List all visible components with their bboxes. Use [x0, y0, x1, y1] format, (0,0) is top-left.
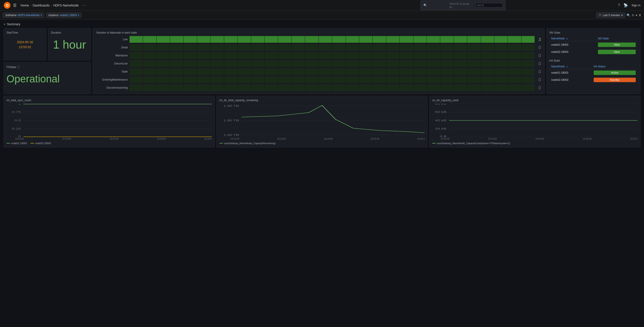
collapse-icon[interactable]: ⬆: [639, 14, 641, 17]
bar-segment: [210, 44, 224, 51]
jobname-filter[interactable]: JobName HDFS-NameNode ▾: [3, 13, 44, 18]
bar-segment: [156, 36, 170, 43]
bar-segment: [197, 44, 210, 51]
bar-segment: [332, 76, 346, 83]
nn-node-cell: node01:19003: [550, 41, 596, 49]
breadcrumb-home[interactable]: Home: [20, 4, 29, 7]
bar-segment: [238, 52, 251, 59]
fsstate-info-icon[interactable]: ⓘ: [17, 65, 20, 69]
summary-section-header[interactable]: ∨ Summary: [4, 22, 640, 26]
bar-segment: [386, 76, 400, 83]
bar-segment: [184, 84, 197, 91]
bar-segment: [238, 60, 251, 67]
svg-text:1.80 TB: 1.80 TB: [224, 119, 239, 122]
bar-segment: [305, 84, 318, 91]
bar-segment: [508, 52, 521, 59]
bar-segment: [238, 36, 251, 43]
time-range-button[interactable]: ⏱ Last 5 minutes ▾: [596, 12, 625, 18]
refresh-dropdown-icon[interactable]: ▾: [636, 14, 637, 17]
bar-segment: [143, 52, 156, 59]
bar-segment: [305, 52, 318, 59]
bar-segment: [467, 60, 480, 67]
bar-segment: [494, 84, 508, 91]
bar-segment: [170, 52, 183, 59]
bar-segment: [184, 52, 197, 59]
topbar-center: 🔍 Search or jump to... ctrl+k: [311, 1, 615, 10]
bar-segment: [481, 68, 494, 75]
ha-state-cell: Active: [592, 69, 638, 77]
bar-segment: [170, 36, 183, 43]
svg-text:0.5: 0.5: [14, 119, 21, 122]
bar-segment: [508, 68, 521, 75]
datanode-count: 0: [536, 69, 541, 74]
bar-segment: [414, 68, 426, 75]
starttime-value: 2024-05-16 13:53:32: [6, 40, 44, 50]
bar-segment: [319, 60, 332, 67]
nn-namenode-sort-icon[interactable]: ∧: [566, 37, 568, 40]
grafana-logo-icon[interactable]: [4, 2, 11, 9]
bar-segment: [156, 52, 170, 59]
bar-segment: [278, 36, 291, 43]
bar-segment: [467, 76, 480, 83]
bar-segment: [373, 60, 386, 67]
bar-segment: [210, 84, 224, 91]
bar-segment: [386, 44, 400, 51]
hamburger-menu-icon[interactable]: ☰: [13, 3, 16, 8]
instance-filter[interactable]: instance node01:19003 ▾: [46, 13, 82, 18]
notifications-icon[interactable]: 📡: [624, 3, 628, 8]
signin-button[interactable]: Sign in: [632, 4, 640, 7]
bar-segment: [210, 68, 224, 75]
bar-segment: [522, 36, 534, 43]
fsstate-title-row: FSStateⓘ: [6, 65, 20, 69]
bar-segment: [386, 36, 400, 43]
datanode-count: 0: [536, 85, 541, 90]
bar-segment: [238, 84, 251, 91]
fsstate-panel: FSStateⓘOperational: [4, 62, 91, 94]
bar-segment: [251, 52, 264, 59]
datanode-panel: Number of datanode in each state Live3De…: [92, 28, 545, 94]
bar-segment: [440, 76, 454, 83]
search-icon: 🔍: [424, 4, 448, 7]
share-icon[interactable]: ⋯: [82, 3, 86, 8]
bar-segment: [305, 60, 318, 67]
capacity-used-panel: nn_dn_capacity_used 80 kB 60 kB 40 kB: [429, 96, 640, 148]
bar-segment: [210, 60, 224, 67]
capacity-remaining-title: nn_dn_total_capacity_remaining: [220, 99, 425, 102]
legend-capacity-used-label: sum(Hadoop_NameNode_CapacityUsed{name='F…: [437, 142, 510, 145]
capacity-used-svg: 80 kB 60 kB 40 kB 20 kB 0 B: [432, 104, 638, 137]
search-bar[interactable]: 🔍 Search or jump to... ctrl+k: [420, 1, 506, 10]
help-icon[interactable]: ?: [618, 3, 620, 8]
datanode-bar-segments: [130, 36, 534, 43]
ha-namenode-sort-icon[interactable]: ∧: [566, 65, 568, 68]
datanode-bar-segments: [130, 52, 534, 59]
bar-segment: [156, 44, 170, 51]
svg-text:0.25: 0.25: [12, 128, 21, 130]
breadcrumb-dashboards[interactable]: Dashboards: [33, 4, 50, 7]
bar-segment: [373, 44, 386, 51]
ha-state-table: NameNode ∧ HA Status node01:19003Activen…: [550, 64, 638, 84]
nn-state-cell: Alive: [596, 48, 638, 56]
datanode-row-label: Maintance: [96, 54, 128, 57]
bar-segment: [386, 52, 400, 59]
capacity-used-chart-container: 80 kB 60 kB 40 kB 20 kB 0 B 15:22:00 15:…: [432, 104, 638, 145]
datanode-row-label: Stale: [96, 70, 128, 73]
sync-count-svg: 1 0.75 0.5 0.25 0: [6, 104, 212, 137]
legend-capacity-remaining-label: sum(Hadoop_NameNode_CapacityRemaining): [224, 142, 276, 145]
bar-segment: [414, 52, 426, 59]
starttime-panel: StartTime 2024-05-16 13:53:32: [4, 28, 46, 61]
bar-segment: [224, 76, 237, 83]
summary-label: Summary: [7, 22, 20, 26]
bar-segment: [508, 76, 521, 83]
bar-segment: [440, 52, 454, 59]
zoom-out-icon[interactable]: 🔍: [626, 14, 630, 17]
datanode-title: Number of datanode in each state: [96, 31, 541, 34]
datanode-bar-container: [130, 52, 534, 59]
bar-segment: [332, 84, 346, 91]
instance-filter-label: instance: [48, 14, 58, 17]
instance-filter-arrow-icon: ▾: [78, 14, 79, 16]
bar-segment: [454, 84, 467, 91]
refresh-icon[interactable]: ↻: [632, 14, 634, 17]
bar-segment: [427, 44, 440, 51]
bar-segment: [197, 68, 210, 75]
datanode-count: 3: [536, 37, 541, 42]
